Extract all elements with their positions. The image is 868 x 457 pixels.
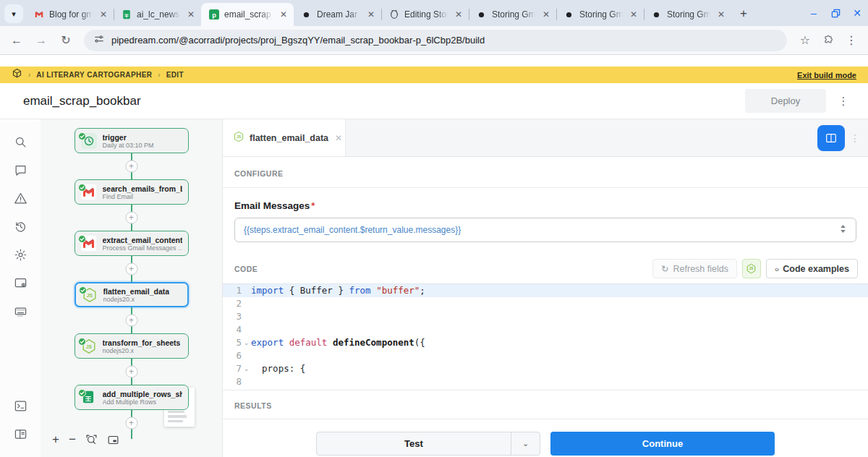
nodejs-runtime-button[interactable]: JS (742, 259, 761, 278)
clock-icon (81, 133, 97, 149)
add-step-button[interactable]: + (125, 417, 137, 430)
gmail-icon (81, 184, 97, 200)
add-step-button[interactable]: + (125, 263, 137, 276)
header-kebab-icon[interactable]: ⋮ (833, 91, 854, 111)
step-detail-panel: JS flatten_email_data ✕ ⋮ CONFIGURE (223, 119, 868, 457)
tab-close-icon[interactable]: ✕ (278, 9, 289, 20)
code-text: import { Buffer } from "buffer"; (251, 284, 868, 297)
step-name: search_emails_from_b... (103, 184, 182, 193)
browser-tab-4[interactable]: Editing Stori✕ (381, 3, 469, 26)
browser-tab-3[interactable]: Dream Jar (✕ (294, 3, 381, 26)
fold-chevron-icon[interactable]: ⌄ (242, 336, 251, 349)
comment-icon[interactable] (8, 158, 33, 182)
code-line-2[interactable]: 2 (223, 297, 868, 310)
test-button[interactable]: Test (317, 432, 511, 455)
deploy-button[interactable]: Deploy (745, 89, 826, 113)
line-number: 5 (223, 336, 242, 349)
tab-close-icon[interactable]: ✕ (185, 9, 197, 20)
add-step-button[interactable]: + (125, 161, 137, 173)
fold-gutter (242, 297, 251, 310)
exit-build-mode-link[interactable]: Exit build mode (797, 71, 856, 80)
email-messages-field: Email Messages * {{steps.extract_email_c… (223, 188, 868, 254)
step-card-flatten-email-data[interactable]: JSflatten_email_datanodejs20.x (75, 282, 189, 307)
updown-arrows-icon (839, 223, 847, 236)
address-bar[interactable]: pipedream.com/@acorradi/projects/proj_Bg… (84, 30, 787, 51)
add-step-button[interactable]: + (125, 212, 137, 224)
keyboard-icon[interactable] (8, 299, 33, 323)
tab-close-icon[interactable]: ✕ (98, 9, 109, 20)
reload-icon[interactable]: ↻ (55, 30, 77, 51)
browser-tab-6[interactable]: Storing Gmai✕ (556, 3, 644, 26)
tab-close-icon[interactable]: ✕ (365, 9, 377, 20)
url-text: pipedream.com/@acorradi/projects/proj_Bg… (111, 35, 485, 46)
search-icon[interactable] (8, 129, 33, 154)
step-card-add-multiple-rows-sh[interactable]: add_multiple_rows_sh...Add Multiple Rows (75, 385, 189, 410)
test-options-chevron-icon[interactable]: ⌄ (511, 432, 540, 455)
browser-tab-5[interactable]: Storing Gmai✕ (469, 3, 556, 26)
browser-menu-icon[interactable]: ⋮ (841, 30, 862, 51)
browser-tab-1[interactable]: ai_lc_newslett✕ (114, 3, 201, 26)
split-view-icon[interactable] (8, 422, 33, 446)
code-line-8[interactable]: 8 (223, 375, 868, 388)
zoom-in-icon[interactable]: + (52, 432, 59, 447)
minimize-icon[interactable]: – (803, 0, 825, 26)
bookmark-star-icon[interactable]: ☆ (794, 30, 816, 51)
tab-search-chevron-icon[interactable]: ▾ (4, 4, 23, 23)
panel-tab-bar: JS flatten_email_data ✕ ⋮ (223, 119, 868, 157)
restore-icon[interactable] (825, 0, 846, 26)
code-line-4[interactable]: 4 (223, 323, 868, 336)
step-card-transform-for-sheets[interactable]: JStransform_for_sheetsnodejs20.x (75, 333, 189, 359)
warning-icon[interactable] (8, 186, 33, 210)
breadcrumb-project[interactable]: AI LITERARY CARTOGRAPHER (36, 71, 152, 79)
code-editor[interactable]: 1import { Buffer } from "buffer";2345⌄ex… (223, 284, 868, 390)
page-title: email_scrap_bookbar (23, 94, 141, 108)
browser-tab-7[interactable]: Storing Gmai✕ (644, 3, 731, 26)
refresh-icon: ↻ (661, 263, 668, 274)
close-icon[interactable]: ✕ (846, 0, 868, 26)
project-cube-icon (12, 68, 22, 82)
code-line-6[interactable]: 6 (223, 349, 868, 362)
code-line-1[interactable]: 1import { Buffer } from "buffer"; (223, 284, 868, 297)
success-check-icon (78, 181, 86, 189)
extensions-icon[interactable] (817, 30, 839, 51)
back-icon[interactable]: ← (6, 30, 27, 51)
code-line-3[interactable]: 3 (223, 310, 868, 323)
close-tab-icon[interactable]: ✕ (335, 133, 342, 143)
tab-close-icon[interactable]: ✕ (715, 9, 727, 20)
forward-icon[interactable]: → (30, 30, 52, 51)
step-name: flatten_email_data (103, 287, 170, 296)
tab-close-icon[interactable]: ✕ (453, 9, 464, 20)
settings-icon[interactable] (8, 242, 33, 267)
fold-chevron-icon[interactable]: ⌄ (242, 362, 251, 375)
terminal-icon[interactable] (8, 393, 33, 418)
workflow-canvas[interactable]: triggerDaily at 03:10 PM+search_emails_f… (41, 119, 223, 457)
continue-button[interactable]: Continue (550, 432, 775, 456)
code-line-7[interactable]: 7⌄ props: { (223, 362, 868, 375)
code-examples-button[interactable]: ‹› Code examples (766, 259, 858, 278)
browser-tab-2[interactable]: pemail_scrap_✕ (201, 3, 294, 26)
step-card-trigger[interactable]: triggerDaily at 03:10 PM (75, 128, 189, 153)
jar-outline-icon (388, 9, 399, 20)
add-step-button[interactable]: + (125, 315, 137, 327)
breadcrumb-mode: EDIT (166, 71, 184, 79)
email-messages-select[interactable]: {{steps.extract_email_content.$return_va… (234, 218, 856, 242)
step-card-extract-email-content[interactable]: extract_email_contentProcess Gmail Messa… (75, 231, 189, 256)
refresh-fields-button[interactable]: ↻ Refresh fields (652, 259, 737, 278)
site-settings-icon[interactable] (94, 34, 104, 47)
panel-kebab-icon[interactable]: ⋮ (849, 132, 861, 144)
add-step-button[interactable]: + (125, 366, 137, 378)
history-icon[interactable] (8, 214, 33, 239)
code-label: CODE (234, 265, 258, 273)
step-tab-flatten-email-data[interactable]: JS flatten_email_data ✕ (223, 119, 346, 156)
new-tab-button[interactable]: + (734, 4, 753, 23)
code-line-5[interactable]: 5⌄export default defineComponent({ (223, 336, 868, 349)
step-card-search-emails-from-b[interactable]: search_emails_from_b...Find Email (75, 179, 189, 205)
tab-title: Storing Gmai (579, 9, 623, 20)
split-layout-button[interactable] (817, 125, 845, 151)
browser-tab-0[interactable]: Blog for gma✕ (26, 3, 114, 26)
window-controls: – ✕ (803, 0, 868, 26)
tab-title: ai_lc_newslett (137, 9, 180, 20)
tab-close-icon[interactable]: ✕ (628, 9, 639, 20)
tab-close-icon[interactable]: ✕ (540, 9, 552, 20)
window-settings-icon[interactable] (8, 270, 33, 295)
